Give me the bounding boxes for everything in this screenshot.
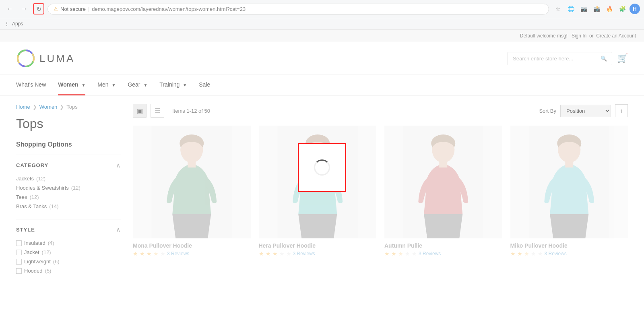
loading-box bbox=[298, 143, 346, 192]
spinner bbox=[314, 159, 330, 176]
loading-overlay bbox=[0, 0, 644, 292]
